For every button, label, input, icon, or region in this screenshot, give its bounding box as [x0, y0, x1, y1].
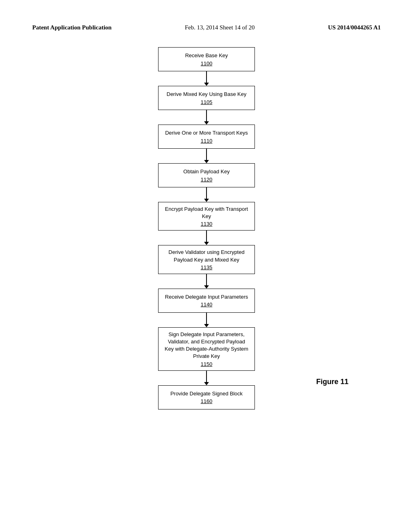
header-date-sheet: Feb. 13, 2014 Sheet 14 of 20 — [185, 24, 254, 31]
header-publication-label: Patent Application Publication — [32, 24, 112, 31]
flowchart: Receive Base Key1100Derive Mixed Key Usi… — [150, 47, 263, 409]
step-1150-text: Sign Delegate Input Parameters, Validato… — [163, 331, 250, 360]
step-1120-text: Obtain Payload Key — [184, 168, 230, 175]
step-1130-number: 1130 — [201, 221, 213, 227]
step-1135: Derive Validator using Encrypted Payload… — [158, 245, 255, 274]
step-1160: Provide Delegate Signed Block1160 — [158, 385, 255, 409]
step-1130: Encrypt Payload Key with Transport Key11… — [158, 202, 255, 231]
step-1100-number: 1100 — [201, 60, 213, 66]
step-1110-number: 1110 — [201, 138, 213, 144]
step-1110: Derive One or More Transport Keys1110 — [158, 125, 255, 149]
arrow-3 — [204, 187, 209, 202]
step-1150: Sign Delegate Input Parameters, Validato… — [158, 327, 255, 371]
arrow-line-2 — [206, 149, 207, 160]
arrow-6 — [204, 313, 209, 327]
step-1135-number: 1135 — [201, 264, 213, 270]
arrow-1 — [204, 110, 209, 125]
arrow-line-6 — [206, 313, 207, 324]
step-1120: Obtain Payload Key1120 — [158, 163, 255, 187]
arrow-line-1 — [206, 110, 207, 121]
arrow-head-5 — [204, 285, 209, 289]
arrow-head-4 — [204, 242, 209, 245]
step-1105-number: 1105 — [201, 99, 213, 105]
header-patent-number: US 2014/0044265 A1 — [328, 24, 381, 31]
arrow-head-6 — [204, 324, 209, 327]
step-1140-number: 1140 — [201, 301, 213, 308]
diagram-area: Receive Base Key1100Derive Mixed Key Usi… — [32, 47, 381, 409]
arrow-line-4 — [206, 231, 207, 242]
page: Patent Application Publication Feb. 13, … — [0, 0, 413, 532]
step-1160-text: Provide Delegate Signed Block — [170, 390, 242, 397]
step-1140-text: Receive Delegate Input Parameters — [165, 293, 248, 301]
figure-label: Figure 11 — [316, 378, 348, 386]
arrow-7 — [204, 371, 209, 385]
arrow-5 — [204, 274, 209, 289]
arrow-head-7 — [204, 382, 209, 385]
arrow-head-1 — [204, 121, 209, 125]
step-1120-number: 1120 — [201, 177, 213, 183]
step-1140: Receive Delegate Input Parameters1140 — [158, 289, 255, 313]
arrow-line-7 — [206, 371, 207, 382]
arrow-line-3 — [206, 187, 207, 199]
arrow-line-0 — [206, 71, 207, 83]
arrow-head-3 — [204, 199, 209, 202]
step-1100: Receive Base Key1100 — [158, 47, 255, 71]
step-1150-number: 1150 — [201, 361, 213, 367]
step-1130-text: Encrypt Payload Key with Transport Key — [163, 206, 250, 220]
step-1160-number: 1160 — [201, 398, 213, 404]
arrow-0 — [204, 71, 209, 86]
arrow-head-2 — [204, 160, 209, 163]
step-1110-text: Derive One or More Transport Keys — [165, 129, 248, 137]
page-header: Patent Application Publication Feb. 13, … — [32, 24, 381, 31]
step-1135-text: Derive Validator using Encrypted Payload… — [163, 249, 250, 263]
step-1105: Derive Mixed Key Using Base Key1105 — [158, 86, 255, 110]
arrow-head-0 — [204, 83, 209, 86]
arrow-line-5 — [206, 274, 207, 285]
arrow-2 — [204, 149, 209, 163]
step-1105-text: Derive Mixed Key Using Base Key — [167, 91, 246, 98]
arrow-4 — [204, 231, 209, 245]
step-1100-text: Receive Base Key — [185, 52, 228, 59]
